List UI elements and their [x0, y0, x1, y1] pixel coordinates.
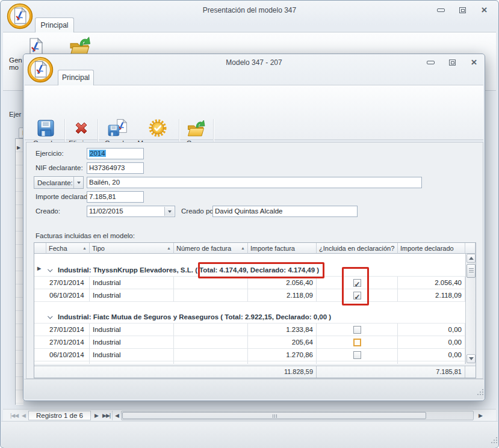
cell-importe-declarado[interactable]: 0,00: [398, 336, 465, 349]
cell-tipo[interactable]: Industrial: [90, 324, 174, 336]
background-grid-sliver: [15, 138, 23, 405]
cell-numero[interactable]: [174, 349, 248, 361]
collapse-chevron-icon[interactable]: [48, 314, 52, 319]
grid-caption: Facturas incluidas en el modelo:: [36, 230, 135, 242]
cell-importe-factura[interactable]: 1.270,86: [248, 349, 317, 361]
group-row-fiatc[interactable]: Industrial: Fiatc Mutua de Seguros y Rea…: [34, 311, 465, 324]
group-row-thyssenkrupp[interactable]: ▶ Industrial: ThyssnKrupp Elevadores, S.…: [34, 264, 465, 277]
declarante-field[interactable]: Bailén, 20: [87, 177, 422, 188]
ejercicio-field[interactable]: 2014: [87, 148, 144, 159]
cell-fecha[interactable]: 06/10/2014: [46, 349, 90, 361]
table-row[interactable]: 27/01/2014 Industrial 2.056,40 2.056,40: [34, 277, 465, 289]
scroll-down-icon[interactable]: [466, 354, 476, 363]
maximize-icon[interactable]: [448, 58, 457, 66]
grid-header-row: Fecha ▲ Tipo ▲ Número de factura ▲ Impor…: [34, 243, 476, 254]
table-row-partial[interactable]: [34, 361, 465, 364]
close-icon[interactable]: [480, 6, 489, 14]
scroll-right-icon[interactable]: ▶: [479, 411, 482, 420]
group-spacer: [34, 254, 465, 264]
record-counter: Registro 1 de 6: [28, 411, 91, 420]
table-row[interactable]: 06/10/2014 Industrial 1.270,86 0,00: [34, 349, 465, 361]
resize-grip[interactable]: [491, 442, 492, 443]
cell-importe-factura[interactable]: 205,64: [248, 336, 317, 349]
declarante-selector[interactable]: Declarante:: [34, 176, 84, 189]
collapse-chevron-icon[interactable]: [48, 267, 52, 272]
cell-importe-declarado[interactable]: 2.056,40: [398, 277, 465, 289]
cell-tipo[interactable]: Industrial: [90, 349, 174, 361]
cell-importe-declarado[interactable]: 2.118,09: [398, 289, 465, 302]
checkbox-incluida[interactable]: [353, 292, 361, 299]
first-record-icon[interactable]: |◀◀: [10, 411, 18, 420]
cell-importe-factura[interactable]: 2.118,09: [248, 289, 317, 302]
next-record-icon[interactable]: ▶: [95, 411, 98, 420]
importe-declarado-label: Importe declarado:: [36, 191, 93, 203]
last-record-icon[interactable]: ▶▶|: [102, 411, 110, 420]
cell-tipo[interactable]: Industrial: [90, 277, 174, 289]
cell-fecha[interactable]: 27/01/2014: [46, 277, 90, 289]
previous-record-icon[interactable]: ◀: [22, 411, 25, 420]
cell-fecha[interactable]: 27/01/2014: [46, 324, 90, 336]
ejercicio-label: Ejercicio:: [36, 148, 64, 159]
checkbox-incluida-focused[interactable]: [353, 339, 361, 346]
minimize-icon[interactable]: [436, 6, 445, 14]
app-icon[interactable]: [27, 57, 54, 83]
column-header-numero-factura[interactable]: Número de factura ▲: [174, 243, 248, 254]
nif-declarante-field[interactable]: H37364973: [87, 162, 144, 174]
cell-tipo[interactable]: Industrial: [90, 289, 174, 302]
checkbox-incluida[interactable]: [353, 351, 361, 359]
chevron-down-icon[interactable]: [73, 177, 83, 188]
chevron-down-icon[interactable]: [164, 207, 174, 216]
checkbox-incluida[interactable]: [353, 326, 361, 334]
cell-tipo[interactable]: Industrial: [90, 336, 174, 349]
minimize-icon[interactable]: [426, 58, 435, 66]
maximize-icon[interactable]: [458, 6, 467, 14]
dialog-titlebar[interactable]: Modelo 347 - 207: [23, 58, 485, 67]
scroll-left-icon[interactable]: ◀: [115, 411, 119, 420]
group2-title: Industrial: Fiatc Mutua de Seguros y Rea…: [58, 313, 331, 321]
horizontal-scrollbar[interactable]: [121, 411, 474, 420]
dialog-ribbon: Guardar y cerrar Eliminar Guardar como .…: [25, 85, 483, 140]
importe-declarado-field[interactable]: 7.185,81: [87, 191, 144, 203]
creado-label: Creado:: [36, 206, 60, 217]
close-icon[interactable]: [470, 58, 479, 66]
cell-fecha[interactable]: 06/10/2014: [46, 289, 90, 302]
background-window-titlebar[interactable]: Presentación del modelo 347: [1, 6, 498, 14]
background-ejercicio-label-truncated: Ejer: [9, 111, 21, 118]
column-header-importe-declarado[interactable]: Importe declarado: [398, 243, 465, 254]
resize-grip[interactable]: [477, 394, 479, 395]
cell-importe-factura[interactable]: 1.233,84: [248, 324, 317, 336]
column-header-incluida[interactable]: ¿Incluida en declaración?: [317, 243, 398, 254]
vertical-scrollbar-thumb[interactable]: [466, 264, 476, 278]
cell-numero[interactable]: [174, 277, 248, 289]
generate-model-button-label-truncated[interactable]: Gen mo: [9, 57, 22, 71]
cell-numero[interactable]: [174, 289, 248, 302]
creado-por-field[interactable]: David Quintas Alcalde: [212, 206, 358, 217]
column-header-importe-factura[interactable]: Importe factura: [248, 243, 317, 254]
checkbox-incluida[interactable]: [353, 364, 361, 364]
cell-importe-declarado[interactable]: 0,00: [398, 349, 465, 361]
cell-numero[interactable]: [174, 324, 248, 336]
cell-numero[interactable]: [174, 336, 248, 349]
tab-principal[interactable]: Principal: [58, 70, 94, 85]
declarante-selector-label: Declarante:: [34, 179, 73, 186]
app-icon[interactable]: [7, 3, 33, 29]
vertical-scrollbar[interactable]: [465, 254, 476, 364]
column-header-fecha[interactable]: Fecha ▲: [46, 243, 90, 254]
summary-importe-declarado: 7.185,81: [398, 366, 465, 378]
dialog-status-bar: [24, 379, 484, 399]
table-row[interactable]: 27/01/2014 Industrial 1.233,84 0,00: [34, 324, 465, 336]
column-header-tipo[interactable]: Tipo ▲: [90, 243, 174, 254]
sort-ascending-icon: ▲: [81, 246, 87, 250]
checkbox-incluida[interactable]: [353, 279, 361, 287]
table-row[interactable]: 27/01/2014 Industrial 205,64 0,00: [34, 336, 465, 349]
scroll-up-icon[interactable]: [466, 254, 476, 263]
horizontal-scrollbar-thumb[interactable]: [122, 412, 426, 419]
cell-importe-factura[interactable]: 2.056,40: [248, 277, 317, 289]
screen: Presentación del modelo 347 Principal Ge…: [0, 0, 499, 448]
creado-date-field[interactable]: 11/02/2015: [87, 206, 175, 217]
cell-fecha[interactable]: 27/01/2014: [46, 336, 90, 349]
table-row[interactable]: 06/10/2014 Industrial 2.118,09 2.118,09: [34, 289, 465, 302]
tab-principal-background[interactable]: Principal: [35, 17, 74, 32]
seal-check-icon: [148, 118, 167, 138]
cell-importe-declarado[interactable]: 0,00: [398, 324, 465, 336]
